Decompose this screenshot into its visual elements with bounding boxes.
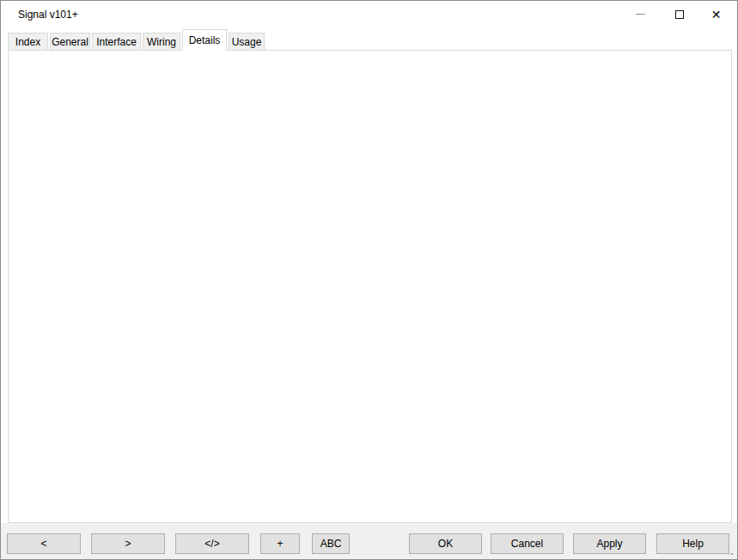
ok-button[interactable]: OK	[409, 533, 482, 554]
maximize-button[interactable]	[660, 1, 698, 27]
help-button[interactable]: Help	[656, 533, 729, 554]
minimize-icon	[636, 14, 645, 15]
tab-usage[interactable]: Usage	[229, 33, 265, 51]
tab-general[interactable]: General	[50, 33, 90, 51]
tab-wiring[interactable]: Wiring	[143, 33, 180, 51]
cancel-button[interactable]: Cancel	[491, 533, 564, 554]
nav-next-button[interactable]: >	[91, 533, 165, 554]
details-tab-page	[8, 50, 732, 523]
nav-prev-button[interactable]: <	[7, 533, 81, 554]
signal-dialog: Signal v101+ ✕ Index General Interface W…	[0, 0, 738, 560]
abc-button[interactable]: ABC	[312, 533, 350, 554]
minimize-button[interactable]	[621, 1, 660, 27]
tab-details[interactable]: Details	[182, 29, 227, 51]
titlebar: Signal v101+ ✕	[1, 1, 737, 28]
maximize-icon	[675, 10, 684, 19]
close-icon: ✕	[711, 9, 722, 21]
window-title: Signal v101+	[18, 9, 78, 21]
tab-index[interactable]: Index	[8, 33, 48, 51]
apply-button[interactable]: Apply	[573, 533, 646, 554]
tab-interface[interactable]: Interface	[92, 33, 141, 51]
code-button[interactable]: </>	[175, 533, 249, 554]
close-button[interactable]: ✕	[697, 1, 735, 27]
add-button[interactable]: +	[260, 533, 300, 554]
